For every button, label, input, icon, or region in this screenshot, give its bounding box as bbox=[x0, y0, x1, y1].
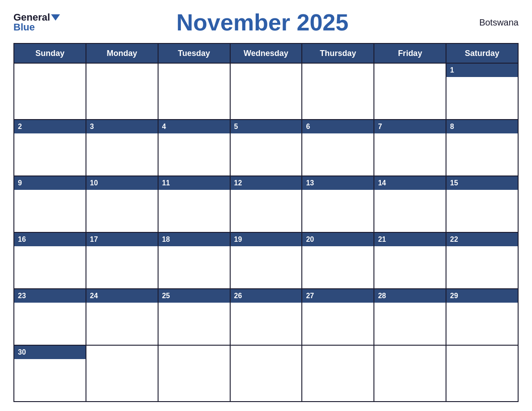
date-content bbox=[159, 190, 230, 232]
calendar-cell bbox=[158, 63, 230, 120]
col-wednesday: Wednesday bbox=[230, 43, 302, 63]
calendar-cell: 29 bbox=[446, 289, 518, 345]
logo: General Blue bbox=[13, 13, 60, 32]
date-number: 11 bbox=[159, 176, 230, 190]
date-content bbox=[446, 190, 518, 232]
calendar-cell bbox=[230, 63, 302, 120]
page-header: General Blue November 2025 Botswana bbox=[13, 9, 519, 36]
date-number: 26 bbox=[231, 289, 302, 303]
date-number: 9 bbox=[14, 176, 86, 190]
col-friday: Friday bbox=[374, 43, 446, 63]
date-content bbox=[14, 190, 86, 232]
calendar-cell: 2 bbox=[14, 120, 86, 176]
empty-day bbox=[231, 346, 302, 401]
calendar-cell bbox=[86, 345, 158, 402]
date-content bbox=[374, 133, 446, 176]
date-content bbox=[231, 190, 302, 232]
date-content bbox=[374, 246, 446, 288]
calendar-cell: 3 bbox=[86, 120, 158, 176]
calendar-cell: 5 bbox=[230, 120, 302, 176]
calendar-title: November 2025 bbox=[60, 9, 465, 36]
calendar-week-2: 2345678 bbox=[14, 120, 518, 176]
date-number: 21 bbox=[374, 233, 446, 246]
date-content bbox=[446, 133, 518, 176]
date-number: 27 bbox=[302, 289, 373, 303]
col-saturday: Saturday bbox=[446, 43, 518, 63]
date-number: 12 bbox=[231, 176, 302, 190]
calendar-body: 1234567891011121314151617181920212223242… bbox=[14, 63, 518, 402]
date-number: 1 bbox=[446, 64, 518, 77]
calendar-cell: 25 bbox=[158, 289, 230, 345]
calendar-cell bbox=[302, 345, 374, 402]
calendar-cell: 16 bbox=[14, 232, 86, 289]
date-content bbox=[302, 133, 373, 176]
date-content bbox=[86, 303, 158, 345]
calendar-cell: 20 bbox=[302, 232, 374, 289]
calendar-cell: 23 bbox=[14, 289, 86, 345]
date-number: 2 bbox=[14, 120, 86, 133]
date-content bbox=[374, 190, 446, 232]
calendar-cell: 11 bbox=[158, 176, 230, 232]
empty-day bbox=[86, 346, 158, 401]
date-content bbox=[159, 303, 230, 345]
calendar-week-5: 23242526272829 bbox=[14, 289, 518, 345]
calendar-cell: 30 bbox=[14, 345, 86, 402]
calendar-week-4: 16171819202122 bbox=[14, 232, 518, 289]
calendar-cell: 21 bbox=[374, 232, 446, 289]
date-number: 15 bbox=[446, 176, 518, 190]
calendar-week-6: 30 bbox=[14, 345, 518, 402]
date-number: 3 bbox=[86, 120, 158, 133]
empty-day bbox=[374, 346, 446, 401]
date-number: 17 bbox=[86, 233, 158, 246]
empty-day bbox=[231, 64, 302, 119]
date-content bbox=[302, 303, 373, 345]
calendar-cell bbox=[230, 345, 302, 402]
calendar-cell bbox=[374, 63, 446, 120]
calendar-cell: 4 bbox=[158, 120, 230, 176]
date-number: 18 bbox=[159, 233, 230, 246]
calendar-cell: 19 bbox=[230, 232, 302, 289]
calendar-cell: 17 bbox=[86, 232, 158, 289]
calendar-cell: 12 bbox=[230, 176, 302, 232]
date-content bbox=[231, 246, 302, 288]
calendar-cell: 6 bbox=[302, 120, 374, 176]
date-content bbox=[159, 133, 230, 176]
empty-day bbox=[302, 346, 373, 401]
calendar-cell: 8 bbox=[446, 120, 518, 176]
date-content bbox=[14, 303, 86, 345]
date-content bbox=[14, 133, 86, 176]
date-number: 20 bbox=[302, 233, 373, 246]
date-number: 19 bbox=[231, 233, 302, 246]
calendar-cell: 27 bbox=[302, 289, 374, 345]
date-content bbox=[446, 246, 518, 288]
date-number: 23 bbox=[14, 289, 86, 303]
calendar-cell bbox=[158, 345, 230, 402]
calendar-cell: 26 bbox=[230, 289, 302, 345]
empty-day bbox=[86, 64, 158, 119]
empty-day bbox=[159, 64, 230, 119]
empty-day bbox=[374, 64, 446, 119]
country-label: Botswana bbox=[465, 17, 519, 28]
calendar-cell: 7 bbox=[374, 120, 446, 176]
calendar-week-1: 1 bbox=[14, 63, 518, 120]
calendar-cell: 28 bbox=[374, 289, 446, 345]
col-sunday: Sunday bbox=[14, 43, 86, 63]
logo-general-text: General bbox=[13, 13, 50, 22]
calendar-table: Sunday Monday Tuesday Wednesday Thursday… bbox=[13, 43, 519, 402]
date-content bbox=[446, 77, 518, 119]
calendar-cell: 10 bbox=[86, 176, 158, 232]
date-number: 7 bbox=[374, 120, 446, 133]
date-number: 22 bbox=[446, 233, 518, 246]
date-content bbox=[86, 133, 158, 176]
calendar-cell bbox=[302, 63, 374, 120]
date-number: 14 bbox=[374, 176, 446, 190]
calendar-cell bbox=[446, 345, 518, 402]
calendar-cell: 14 bbox=[374, 176, 446, 232]
calendar-cell: 15 bbox=[446, 176, 518, 232]
calendar-cell: 1 bbox=[446, 63, 518, 120]
empty-day bbox=[302, 64, 373, 119]
col-thursday: Thursday bbox=[302, 43, 374, 63]
date-content bbox=[302, 190, 373, 232]
date-content bbox=[302, 246, 373, 288]
calendar-cell bbox=[86, 63, 158, 120]
